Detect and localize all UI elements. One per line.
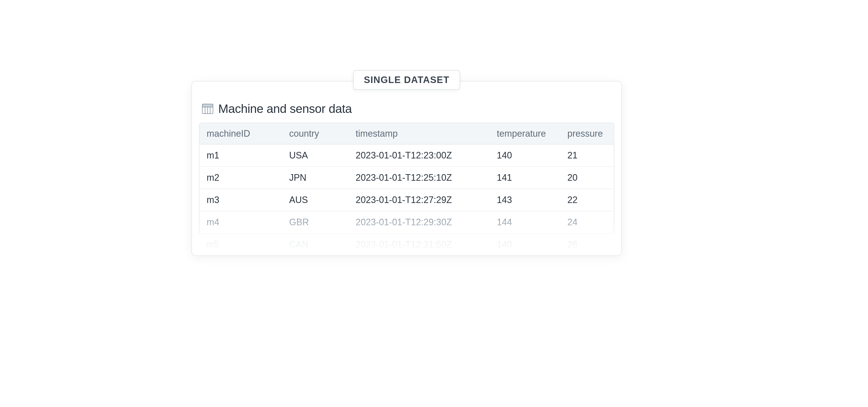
cell-country: CAN bbox=[282, 233, 348, 255]
table-row: m2 JPN 2023-01-01-T12:25:10Z 141 20 bbox=[199, 167, 614, 189]
cell-machineID: m3 bbox=[199, 189, 282, 211]
cell-timestamp: 2023-01-01-T12:27:29Z bbox=[348, 189, 490, 211]
table-icon bbox=[202, 104, 213, 114]
column-header-temperature[interactable]: temperature bbox=[490, 123, 560, 145]
column-header-country[interactable]: country bbox=[282, 123, 348, 145]
cell-machineID: m5 bbox=[199, 233, 282, 255]
cell-pressure: 22 bbox=[560, 189, 614, 211]
cell-temperature: 140 bbox=[490, 233, 560, 255]
column-header-pressure[interactable]: pressure bbox=[560, 123, 614, 145]
cell-machineID: m2 bbox=[199, 167, 282, 189]
cell-machineID: m1 bbox=[199, 145, 282, 167]
cell-country: GBR bbox=[282, 211, 348, 233]
cell-timestamp: 2023-01-01-T12:31:50Z bbox=[348, 233, 490, 255]
card-title: Machine and sensor data bbox=[218, 102, 352, 116]
dataset-tab-label-text: SINGLE DATASET bbox=[364, 75, 450, 85]
cell-pressure: 24 bbox=[560, 211, 614, 233]
cell-timestamp: 2023-01-01-T12:25:10Z bbox=[348, 167, 490, 189]
cell-temperature: 143 bbox=[490, 189, 560, 211]
table-header-row: machineID country timestamp temperature … bbox=[199, 123, 614, 145]
cell-country: USA bbox=[282, 145, 348, 167]
cell-pressure: 21 bbox=[560, 145, 614, 167]
cell-country: AUS bbox=[282, 189, 348, 211]
card-header: Machine and sensor data bbox=[192, 102, 621, 123]
cell-temperature: 144 bbox=[490, 211, 560, 233]
cell-country: JPN bbox=[282, 167, 348, 189]
cell-temperature: 141 bbox=[490, 167, 560, 189]
data-table-container: machineID country timestamp temperature … bbox=[192, 123, 621, 255]
svg-rect-1 bbox=[202, 104, 213, 107]
cell-timestamp: 2023-01-01-T12:23:00Z bbox=[348, 145, 490, 167]
dataset-card: SINGLE DATASET Machine and sensor data bbox=[191, 81, 622, 256]
table-row: m1 USA 2023-01-01-T12:23:00Z 140 21 bbox=[199, 145, 614, 167]
table-row: m4 GBR 2023-01-01-T12:29:30Z 144 24 bbox=[199, 211, 614, 233]
data-table: machineID country timestamp temperature … bbox=[199, 123, 614, 255]
table-row: m5 CAN 2023-01-01-T12:31:50Z 140 26 bbox=[199, 233, 614, 255]
cell-temperature: 140 bbox=[490, 145, 560, 167]
column-header-machineID[interactable]: machineID bbox=[199, 123, 282, 145]
cell-pressure: 20 bbox=[560, 167, 614, 189]
table-row: m3 AUS 2023-01-01-T12:27:29Z 143 22 bbox=[199, 189, 614, 211]
cell-pressure: 26 bbox=[560, 233, 614, 255]
column-header-timestamp[interactable]: timestamp bbox=[348, 123, 490, 145]
cell-machineID: m4 bbox=[199, 211, 282, 233]
dataset-tab-label: SINGLE DATASET bbox=[353, 70, 460, 90]
cell-timestamp: 2023-01-01-T12:29:30Z bbox=[348, 211, 490, 233]
